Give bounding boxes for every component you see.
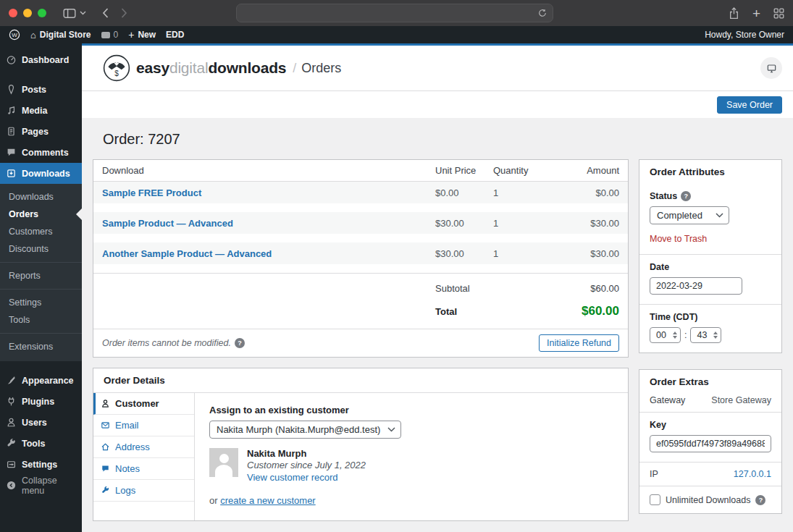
downloads-icon [6,168,17,179]
unlimited-downloads-checkbox[interactable] [650,494,660,505]
chevron-down-icon [387,427,395,432]
sidebar-item-tools[interactable]: Tools [0,433,82,454]
email-icon [101,421,110,430]
sidebar-item-plugins[interactable]: Plugins [0,391,82,412]
comments-menu[interactable]: 0 [101,30,119,40]
tab-customer[interactable]: Customer [93,393,194,415]
sidebar-item-media[interactable]: Media [0,100,82,121]
download-link[interactable]: Sample Product — Advanced [102,218,435,229]
sidebar-item-posts[interactable]: Posts [0,79,82,100]
avatar [209,448,238,477]
browser-toolbar: + [0,0,793,26]
tab-logs[interactable]: Logs [93,480,194,502]
gateway-row: Gateway Store Gateway [639,389,781,413]
hour-input[interactable] [656,330,671,340]
hour-stepper[interactable] [650,327,681,343]
sidebar-item-appearance[interactable]: Appearance [0,370,82,391]
payment-key-input[interactable] [650,435,771,452]
forward-icon[interactable] [120,7,128,19]
edd-admin-menu[interactable]: EDD [166,30,184,40]
order-details-title: Order Details [93,368,628,393]
minimize-button[interactable] [23,9,32,17]
submenu-item-orders[interactable]: Orders [0,206,82,223]
sidebar-item-dashboard[interactable]: Dashboard [0,49,82,70]
download-link[interactable]: Sample FREE Product [102,187,435,198]
toolbar-chevron-down-icon[interactable] [80,11,86,15]
status-select[interactable]: Completed [650,206,729,224]
help-icon[interactable]: ? [755,495,765,505]
reload-icon[interactable] [538,9,547,17]
help-screen-button[interactable] [760,57,782,79]
unit-price: $30.00 [435,218,493,229]
customer-select[interactable]: Nakita Murph (Nakita.Murph@edd.test) [209,421,401,439]
fullscreen-button[interactable] [38,9,46,17]
comment-count: 0 [114,30,119,40]
traffic-lights [9,9,46,17]
tab-overview-icon[interactable] [773,8,784,19]
save-order-button[interactable]: Save Order [717,96,782,114]
submenu-item-customers[interactable]: Customers [0,223,82,240]
help-icon[interactable]: ? [235,338,245,348]
submenu-item-discounts[interactable]: Discounts [0,240,82,258]
submenu-item-settings[interactable]: Settings [0,294,82,311]
status-section: Status ? Completed Move to Trash [639,184,781,255]
order-totals: Subtotal $60.00 Total $60.00 [93,273,628,329]
time-separator: : [684,330,687,340]
date-input[interactable] [650,277,742,295]
share-icon[interactable] [729,7,739,20]
sidebar-item-comments[interactable]: Comments [0,142,82,163]
new-tab-icon[interactable]: + [752,7,760,20]
tools-icon [6,438,17,449]
sidebar-item-pages[interactable]: Pages [0,121,82,142]
close-button[interactable] [9,9,17,17]
new-content-menu[interactable]: + New [128,29,156,41]
sidebar-toggle-icon[interactable] [63,8,76,19]
sidebar-item-users[interactable]: Users [0,412,82,433]
total-label: Total [435,306,493,317]
comments-bubble-icon [101,32,110,38]
minute-stepper[interactable] [690,327,721,343]
assign-customer-label: Assign to an existing customer [209,405,613,415]
initialize-refund-button[interactable]: Initialize Refund [539,334,619,352]
unlimited-downloads-label: Unlimited Downloads [666,495,750,505]
date-label: Date [650,262,771,272]
sidebar-item-settings[interactable]: Settings [0,454,82,475]
customer-card: Nakita Murph Customer since July 1, 2022… [209,448,613,484]
howdy-menu[interactable]: Howdy, Store Owner [705,30,784,40]
subtotal-label: Subtotal [435,283,493,294]
col-quantity: Quantity [493,165,550,176]
site-menu[interactable]: ⌂ Digital Store [30,30,91,40]
admin-sidebar: Dashboard Posts Media Pages Comments Dow… [0,43,82,532]
table-row: Sample FREE Product $0.00 1 $0.00 [93,182,628,203]
quantity: 1 [493,218,550,229]
submenu-item-downloads[interactable]: Downloads [0,188,82,206]
stepper-arrows-icon[interactable] [673,332,677,339]
create-new-customer-link[interactable]: create a new customer [220,495,316,506]
submenu-item-extensions[interactable]: Extensions [0,338,82,355]
tab-email[interactable]: Email [93,415,194,436]
ip-address-link[interactable]: 127.0.0.1 [734,469,771,479]
unlimited-downloads-row: Unlimited Downloads ? [639,486,781,513]
sidebar-item-collapse[interactable]: Collapse menu [0,475,82,496]
back-icon[interactable] [101,7,109,19]
tab-address[interactable]: Address [93,436,194,458]
tab-notes[interactable]: Notes [93,458,194,480]
move-to-trash-link[interactable]: Move to Trash [650,234,707,244]
breadcrumb-separator: / [293,61,296,76]
key-section: Key [639,413,781,463]
minute-input[interactable] [697,330,711,340]
view-customer-record-link[interactable]: View customer record [247,472,337,483]
details-tabs: Customer Email Address [93,393,195,520]
submenu-item-tools[interactable]: Tools [0,311,82,329]
users-icon [6,417,17,428]
help-icon[interactable]: ? [681,191,691,201]
download-link[interactable]: Another Sample Product — Advanced [102,248,435,259]
wordpress-logo-icon[interactable]: W [9,29,20,41]
logs-icon [101,486,110,495]
home-icon: ⌂ [30,30,36,40]
appearance-icon [6,375,17,386]
sidebar-item-downloads[interactable]: Downloads [0,163,82,184]
stepper-arrows-icon[interactable] [713,332,718,339]
address-bar[interactable] [236,4,553,22]
submenu-item-reports[interactable]: Reports [0,267,82,284]
